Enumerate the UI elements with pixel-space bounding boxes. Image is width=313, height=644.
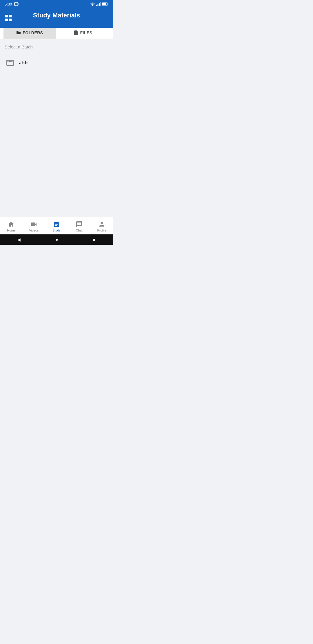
nav-home-label: Home: [7, 229, 15, 232]
section-label: Select a Batch: [5, 44, 108, 49]
svg-rect-2: [96, 5, 97, 6]
svg-rect-7: [102, 3, 106, 5]
status-app-icon: [14, 1, 19, 7]
bottom-nav: Home Videos Study Chat: [0, 217, 113, 234]
home-icon: [8, 220, 15, 228]
wifi-icon: [90, 2, 95, 6]
back-button[interactable]: ◀: [17, 237, 21, 242]
nav-item-chat[interactable]: Chat: [68, 220, 90, 232]
nav-item-study[interactable]: Study: [45, 220, 68, 232]
header: Study Materials: [0, 8, 113, 28]
svg-rect-11: [5, 19, 8, 21]
tab-folders[interactable]: FOLDERS: [3, 27, 56, 39]
batch-folder-icon: [6, 59, 14, 67]
tab-folders-label: FOLDERS: [23, 30, 43, 35]
status-icons: [90, 2, 108, 6]
nav-profile-label: Profile: [97, 229, 106, 232]
system-nav-bar: ◀ ● ■: [0, 234, 113, 245]
tab-files[interactable]: FILES: [57, 27, 110, 39]
status-time-area: 5:30: [5, 1, 19, 7]
svg-point-1: [15, 3, 18, 6]
nav-item-profile[interactable]: Profile: [90, 220, 113, 232]
signal-icon: [96, 2, 101, 6]
list-item[interactable]: JEE: [5, 55, 108, 70]
svg-rect-12: [9, 19, 12, 21]
recents-button[interactable]: ■: [93, 237, 95, 242]
svg-rect-3: [98, 4, 99, 6]
nav-videos-label: Videos: [29, 229, 39, 232]
svg-rect-13: [7, 60, 14, 66]
archive-icon: [6, 59, 14, 67]
nav-item-home[interactable]: Home: [0, 220, 23, 232]
nav-item-videos[interactable]: Videos: [23, 220, 45, 232]
nav-chat-label: Chat: [76, 229, 82, 232]
study-icon: [53, 220, 60, 228]
status-bar: 5:30: [0, 0, 113, 8]
grid-menu-button[interactable]: [5, 14, 12, 22]
file-icon: [74, 30, 78, 35]
svg-rect-5: [100, 2, 101, 6]
chat-icon: [76, 220, 83, 228]
folder-icon: [16, 30, 21, 35]
batch-section: Select a Batch JEE: [0, 39, 113, 76]
svg-rect-10: [9, 15, 12, 17]
battery-icon: [102, 2, 108, 6]
svg-rect-9: [5, 15, 8, 17]
content-area: FOLDERS FILES Select a Batch JEE: [0, 23, 113, 76]
status-time: 5:30: [5, 2, 12, 6]
nav-study-label: Study: [52, 229, 61, 232]
video-icon: [30, 220, 37, 228]
svg-rect-4: [99, 3, 100, 6]
home-button[interactable]: ●: [56, 237, 58, 242]
batch-name: JEE: [19, 60, 28, 66]
profile-icon: [98, 220, 105, 228]
svg-rect-8: [108, 3, 108, 5]
tab-files-label: FILES: [80, 30, 92, 35]
page-title: Study Materials: [33, 12, 80, 19]
